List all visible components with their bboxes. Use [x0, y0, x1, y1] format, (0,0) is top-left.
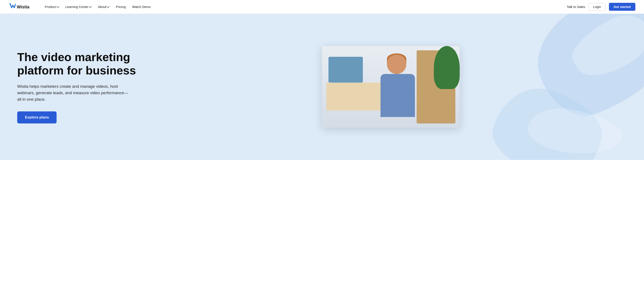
chevron-down-icon — [56, 5, 59, 8]
hero-image-area — [146, 46, 627, 128]
desk-element — [326, 82, 382, 110]
nav-pricing-label: Pricing — [116, 5, 126, 8]
svg-text:Wistia: Wistia — [17, 4, 30, 9]
person-head — [387, 55, 406, 74]
nav-item-pricing[interactable]: Pricing — [113, 3, 128, 10]
get-started-button[interactable]: Get started — [609, 3, 636, 11]
nav-item-learning-center[interactable]: Learning Center — [63, 3, 94, 10]
hero-section: The video marketing platform for busines… — [0, 14, 644, 160]
nav-product-label: Product — [45, 5, 56, 8]
explore-plans-button[interactable]: Explore plans — [17, 112, 56, 124]
chevron-down-icon — [89, 5, 92, 8]
nav-item-about[interactable]: About — [95, 3, 112, 10]
talk-to-sales-link[interactable]: Talk to Sales — [567, 5, 585, 8]
nav-item-watch-demo[interactable]: Watch Demo — [130, 3, 153, 10]
nav-item-product[interactable]: Product — [42, 3, 62, 10]
person-body — [380, 74, 415, 117]
nav-links: Product Learning Center About Pricing Wa… — [42, 3, 567, 10]
chevron-down-icon — [107, 5, 110, 8]
plant-element — [434, 46, 460, 89]
hero-video-thumbnail[interactable] — [322, 46, 460, 128]
hero-content: The video marketing platform for busines… — [17, 50, 146, 123]
monitor-element — [328, 57, 363, 82]
nav-right: Talk to Sales Login Get started — [567, 3, 636, 11]
nav-about-label: About — [98, 5, 106, 8]
hero-subtitle: Wistia helps marketers create and manage… — [17, 83, 129, 103]
login-button[interactable]: Login — [588, 3, 606, 10]
navbar: Wistia Product Learning Center About Pri… — [0, 0, 644, 14]
logo-link[interactable]: Wistia — [8, 3, 34, 11]
hero-title: The video marketing platform for busines… — [17, 50, 146, 77]
wistia-logo: Wistia — [8, 3, 34, 11]
nav-watch-demo-label: Watch Demo — [132, 5, 150, 8]
nav-learning-label: Learning Center — [66, 5, 88, 8]
